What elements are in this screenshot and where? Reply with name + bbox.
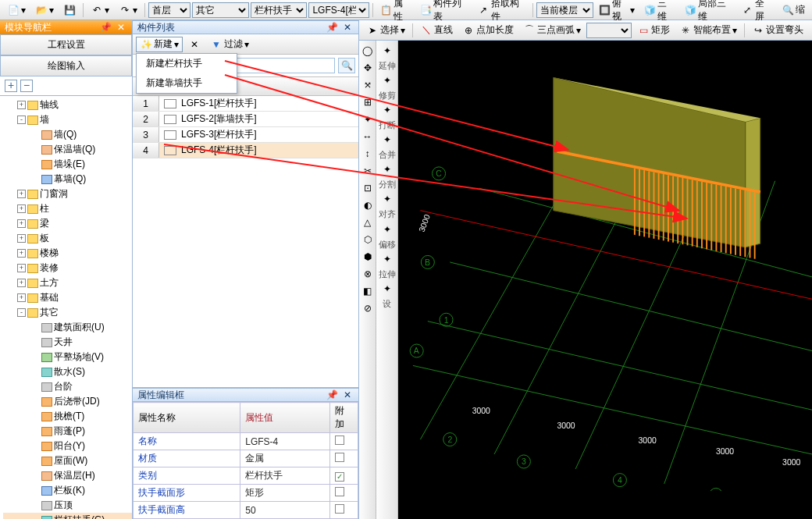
align-icon[interactable]: ✦ <box>380 192 394 206</box>
tree-node[interactable]: -墙 <box>3 112 132 127</box>
tree-node[interactable]: 平整场地(V) <box>3 350 132 364</box>
delete-button[interactable]: ✕ <box>184 37 205 52</box>
ext-icon[interactable]: ✦ <box>380 44 394 58</box>
prop-value[interactable]: 矩形 <box>240 485 330 502</box>
offset-icon[interactable]: ✦ <box>380 222 394 236</box>
close-icon[interactable]: ✕ <box>341 389 354 401</box>
tree-node[interactable]: 保温层(H) <box>3 468 132 483</box>
expander-icon[interactable]: - <box>17 116 26 124</box>
strip-tool-icon[interactable]: ⊞ <box>361 95 375 109</box>
3d-viewport[interactable]: 3000 3000 3000 3000 3000 3000 C B A 1 2 … <box>398 41 812 519</box>
close-icon[interactable]: ✕ <box>115 21 127 34</box>
pick-component-button[interactable]: ↗拾取构件 <box>474 2 529 18</box>
arc3-tool[interactable]: ⌒三点画弧▾ <box>519 23 585 38</box>
strip-tool-icon[interactable]: ⬡ <box>361 233 375 247</box>
trim-icon[interactable]: ✦ <box>380 73 394 87</box>
set-icon[interactable]: ✦ <box>380 282 394 296</box>
expander-icon[interactable]: + <box>17 190 26 198</box>
prop-value[interactable]: 50 <box>240 502 330 519</box>
tree-node[interactable]: +门窗洞 <box>3 187 132 201</box>
close-icon[interactable]: ✕ <box>341 21 354 34</box>
prop-extra[interactable] <box>330 450 358 467</box>
tree-node[interactable]: +板 <box>3 231 132 246</box>
tree-node[interactable]: 墙垛(E) <box>3 157 132 172</box>
add-length-tool[interactable]: ⊕点加长度 <box>458 23 518 38</box>
select-tool[interactable]: ➤选择▾ <box>362 23 409 38</box>
merge-icon[interactable]: ✦ <box>380 133 394 147</box>
strip-tool-icon[interactable]: ⊗ <box>361 267 375 281</box>
pin-icon[interactable]: 📌 <box>326 21 338 34</box>
property-row[interactable]: 扶手截面形矩形 <box>134 485 358 502</box>
menu-new-wall-handrail[interactable]: 新建靠墙扶手 <box>137 73 237 93</box>
tree-node[interactable]: 雨蓬(P) <box>3 424 132 439</box>
tree-node[interactable]: +装修 <box>3 261 132 275</box>
tree-node[interactable]: 幕墙(Q) <box>3 172 132 187</box>
search-button[interactable]: 🔍 <box>338 58 355 73</box>
strip-tool-icon[interactable]: △ <box>361 215 375 229</box>
property-table[interactable]: 属性名称 属性值 附加 名称LGFS-4材质金属类别栏杆扶手✓扶手截面形矩形扶手… <box>133 402 358 519</box>
floor-scope-select[interactable]: 当前楼层 <box>536 2 593 18</box>
strip-tool-icon[interactable]: ✥ <box>361 61 375 75</box>
filter-button[interactable]: ▼过滤▾ <box>206 37 253 52</box>
tree-node[interactable]: +轴线 <box>3 98 132 112</box>
arc-options-select[interactable] <box>586 23 632 38</box>
menu-new-railing[interactable]: 新建栏杆扶手 <box>137 54 237 73</box>
component-list-button[interactable]: 📑构件列表 <box>416 2 472 18</box>
strip-tool-icon[interactable]: ⤧ <box>361 78 375 92</box>
tree-node[interactable]: 建筑面积(U) <box>3 320 132 335</box>
strip-tool-icon[interactable]: ⊡ <box>361 181 375 195</box>
tree-node[interactable]: 栏板(K) <box>3 483 132 498</box>
smart-layout-tool[interactable]: ✳智能布置▾ <box>675 23 741 38</box>
undo-button[interactable]: ↶▾ <box>87 2 113 18</box>
ortho-view-button[interactable]: 🔲俯视▾ <box>595 2 639 18</box>
tab-draw-input[interactable]: 绘图输入 <box>0 55 132 76</box>
tree-node[interactable]: 压顶 <box>3 498 132 513</box>
tree-node[interactable]: 挑檐(T) <box>3 409 132 424</box>
split-icon[interactable]: ✦ <box>380 162 394 176</box>
rect-tool[interactable]: ▭矩形 <box>633 23 674 38</box>
tree-node[interactable]: 阳台(Y) <box>3 439 132 453</box>
list-item[interactable]: 1LGFS-1[栏杆扶手] <box>133 96 358 112</box>
prop-extra[interactable]: ✓ <box>330 467 358 485</box>
tree-node[interactable]: 屋面(W) <box>3 453 132 468</box>
break-icon[interactable]: ✦ <box>380 103 394 117</box>
expander-icon[interactable]: + <box>17 204 26 213</box>
expander-icon[interactable]: + <box>17 101 26 109</box>
expander-icon[interactable]: + <box>17 249 26 258</box>
strip-tool-icon[interactable]: ◯ <box>361 44 375 58</box>
component-item-select[interactable]: LGFS-4[栏 <box>308 2 369 18</box>
strip-tool-icon[interactable]: ✂ <box>361 164 375 178</box>
floor-select[interactable]: 首层 <box>148 2 191 18</box>
redo-button[interactable]: ↷▾ <box>115 2 141 18</box>
save-button[interactable]: 💾 <box>59 2 80 18</box>
prop-value[interactable]: 金属 <box>240 450 330 467</box>
prop-extra[interactable] <box>330 502 358 519</box>
set-bend-tool[interactable]: ↪设置弯头 <box>748 23 807 38</box>
list-item[interactable]: 3LGFS-3[栏杆扶手] <box>133 127 358 143</box>
prop-value[interactable]: LGFS-4 <box>240 433 330 450</box>
expander-icon[interactable]: + <box>17 219 26 228</box>
line-tool[interactable]: ＼直线 <box>416 23 457 38</box>
strip-tool-icon[interactable]: ⬢ <box>361 250 375 264</box>
view3d-button[interactable]: 🧊三维 <box>640 2 678 18</box>
tree-node[interactable]: 散水(S) <box>3 364 132 379</box>
expander-icon[interactable]: - <box>17 308 26 317</box>
strip-tool-icon[interactable]: ⊘ <box>361 301 375 315</box>
new-component-button[interactable]: ✨ 新建▾ <box>136 37 183 52</box>
open-file-button[interactable]: 📂▾ <box>31 2 58 18</box>
tree-node[interactable]: +楼梯 <box>3 246 132 261</box>
tree-node[interactable]: +梁 <box>3 216 132 231</box>
tree-node[interactable]: 后浇带(JD) <box>3 394 132 409</box>
prop-value[interactable]: 栏杆扶手 <box>240 467 330 485</box>
component-type-select[interactable]: 栏杆扶手 <box>251 2 308 18</box>
collapse-all-button[interactable]: − <box>20 80 33 92</box>
new-file-button[interactable]: 📄▾ <box>3 2 30 18</box>
expand-all-button[interactable]: + <box>5 80 17 92</box>
tree-node[interactable]: 台阶 <box>3 379 132 394</box>
property-row[interactable]: 扶手截面高50 <box>134 502 358 519</box>
fullscreen-button[interactable]: ⤢全屏 <box>738 2 776 18</box>
property-row[interactable]: 名称LGFS-4 <box>134 433 358 450</box>
tree-node[interactable]: 保温墙(Q) <box>3 142 132 157</box>
zoom-button[interactable]: 🔍缩 <box>778 2 809 18</box>
nav-tree[interactable]: +轴线-墙墙(Q)保温墙(Q)墙垛(E)幕墙(Q)+门窗洞+柱+梁+板+楼梯+装… <box>0 96 132 519</box>
